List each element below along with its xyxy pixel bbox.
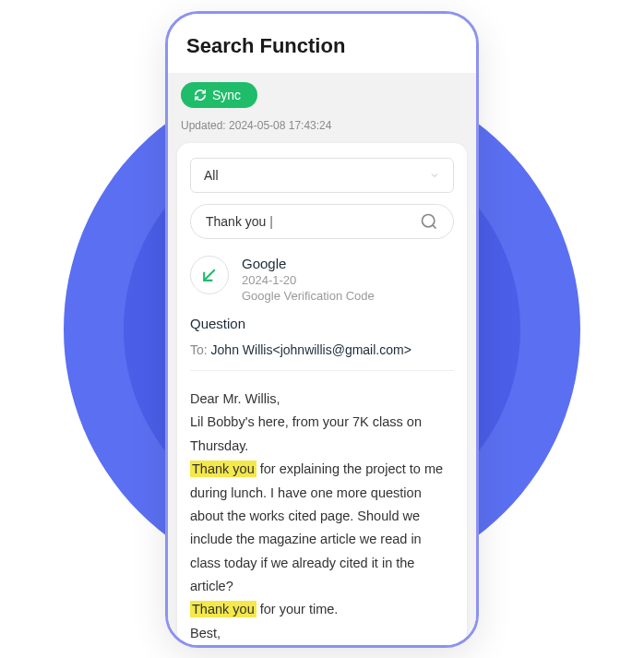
result-snippet: Google Verification Code <box>242 289 454 303</box>
page-title: Search Function <box>186 34 458 58</box>
sync-bar: Sync Updated: 2024-05-08 17:43:24 <box>168 73 476 143</box>
filter-select[interactable]: All <box>190 158 454 193</box>
header: Search Function <box>168 14 476 73</box>
body-paragraph2: Thank you for your time. <box>190 598 454 621</box>
body-closing: Best, <box>190 622 454 645</box>
body-paragraph1: Thank you for explaining the project to … <box>190 458 454 598</box>
body-signature: Lil Bobby <box>190 645 454 648</box>
updated-text: Updated: 2024-05-08 17:43:24 <box>181 119 463 132</box>
body-line3a: for your time. <box>256 602 339 616</box>
search-card: All Thank you | <box>177 143 467 645</box>
search-input: Thank you | <box>206 214 420 229</box>
incoming-arrow-icon <box>200 266 219 284</box>
svg-line-2 <box>204 269 215 281</box>
email-to-line: To: John Willis<johnwillis@gmail.com> <box>190 342 454 357</box>
sender-name: Google <box>242 256 454 271</box>
email-body: Dear Mr. Willis, Lil Bobby's here, from … <box>190 388 454 648</box>
sync-button[interactable]: Sync <box>181 82 257 108</box>
result-header: Google 2024-1-20 Google Verification Cod… <box>190 256 454 303</box>
to-label: To: <box>190 342 211 357</box>
result-date: 2024-1-20 <box>242 273 454 287</box>
search-value: Thank you <box>206 214 266 229</box>
highlight-2: Thank you <box>190 601 256 617</box>
to-value: John Willis<johnwillis@gmail.com> <box>211 342 411 357</box>
filter-selected-value: All <box>204 168 219 183</box>
content-area: All Thank you | <box>168 143 476 645</box>
sync-icon <box>194 89 207 102</box>
email-subject: Question <box>190 316 454 331</box>
sync-label: Sync <box>212 88 241 102</box>
result-meta: Google 2024-1-20 Google Verification Cod… <box>242 256 454 303</box>
search-icon[interactable] <box>420 212 438 231</box>
search-result[interactable]: Google 2024-1-20 Google Verification Cod… <box>190 256 454 371</box>
svg-point-0 <box>423 215 435 227</box>
result-avatar <box>190 256 229 294</box>
body-line2a: for explaining the project to me during … <box>190 461 443 593</box>
body-line1: Lil Bobby's here, from your 7K class on … <box>190 411 454 458</box>
highlight-1: Thank you <box>190 461 256 477</box>
svg-line-1 <box>433 225 436 229</box>
chevron-down-icon <box>429 170 440 181</box>
phone-frame: Search Function Sync Updated: 2024-05-08… <box>165 11 479 648</box>
text-cursor: | <box>266 214 273 229</box>
search-box[interactable]: Thank you | <box>190 204 454 239</box>
body-greeting: Dear Mr. Willis, <box>190 388 454 411</box>
